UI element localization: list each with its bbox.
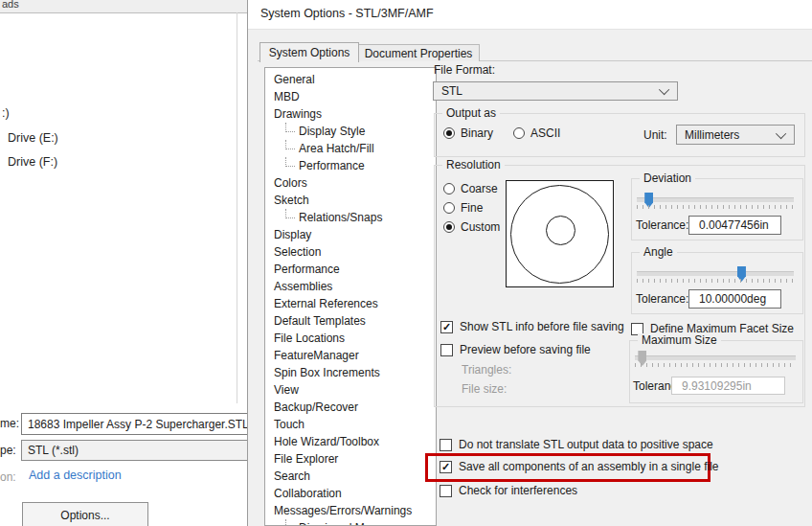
deviation-group: Deviation Tolerance: 0.00477456in bbox=[631, 178, 803, 240]
background-header-fragment: ads bbox=[2, 0, 19, 10]
dialog-titlebar[interactable]: System Options - STL/3MF/AMF bbox=[248, 0, 812, 30]
tree-item-hole-wizard[interactable]: Hole Wizard/Toolbox bbox=[265, 433, 436, 450]
radio-custom-icon bbox=[443, 221, 455, 233]
options-button[interactable]: Options... bbox=[22, 502, 148, 526]
deviation-tolerance-input[interactable]: 0.00477456in bbox=[688, 216, 781, 235]
tree-item-assemblies[interactable]: Assemblies bbox=[265, 278, 436, 295]
no-translate-label: Do not translate STL output data to posi… bbox=[459, 438, 713, 451]
no-translate-checkbox[interactable]: Do not translate STL output data to posi… bbox=[440, 439, 713, 452]
radio-custom[interactable]: Custom bbox=[443, 220, 500, 234]
radio-fine[interactable]: Fine bbox=[443, 201, 483, 215]
tree-item-colors[interactable]: Colors bbox=[265, 174, 436, 192]
output-as-group: Output as Binary ASCII Unit: Millimeters bbox=[434, 113, 805, 157]
drive-item-e[interactable]: Drive (E:) bbox=[8, 131, 58, 145]
radio-custom-label: Custom bbox=[461, 220, 500, 234]
angle-tolerance-value: 10.00000deg bbox=[699, 292, 766, 306]
file-format-value: STL bbox=[441, 84, 462, 98]
tree-item-selection[interactable]: Selection bbox=[265, 243, 436, 261]
tree-item-area-hatch[interactable]: Area Hatch/Fill bbox=[265, 140, 436, 157]
resolution-preview bbox=[506, 180, 614, 287]
tree-item-performance[interactable]: Performance bbox=[265, 261, 436, 278]
preview-before-saving-label: Preview before saving file bbox=[460, 343, 591, 356]
tree-item-relations-snaps[interactable]: Relations/Snaps bbox=[265, 209, 436, 226]
radio-ascii[interactable]: ASCII bbox=[513, 126, 560, 140]
tree-item-display[interactable]: Display bbox=[265, 226, 436, 243]
tree-item-display-style[interactable]: Display Style bbox=[265, 123, 436, 140]
tree-item-drawings[interactable]: Drawings bbox=[265, 105, 436, 123]
tree-item-file-locations[interactable]: File Locations bbox=[265, 330, 436, 347]
tree-item-default-templates[interactable]: Default Templates bbox=[265, 312, 436, 330]
check-interferences-checkbox[interactable]: Check for interferences bbox=[440, 485, 577, 498]
dialog-title: System Options - STL/3MF/AMF bbox=[260, 7, 434, 20]
checkbox-checked-icon bbox=[440, 321, 453, 333]
drive-item-f[interactable]: Drive (F:) bbox=[8, 155, 57, 169]
deviation-slider[interactable] bbox=[637, 197, 794, 202]
options-tree: General MBD Drawings Display Style Area … bbox=[264, 67, 437, 526]
background-pane-divider bbox=[237, 12, 237, 403]
deviation-group-title: Deviation bbox=[640, 172, 695, 185]
show-stl-info-checkbox[interactable]: Show STL info before file saving bbox=[440, 321, 624, 334]
angle-slider[interactable] bbox=[637, 271, 794, 276]
tab-document-properties[interactable]: Document Properties bbox=[357, 44, 480, 61]
angle-tolerance-input[interactable]: 10.00000deg bbox=[688, 289, 781, 309]
checkbox-checked-icon bbox=[440, 461, 452, 473]
radio-coarse-icon bbox=[443, 183, 455, 194]
tree-item-file-explorer[interactable]: File Explorer bbox=[265, 450, 436, 468]
check-interferences-label: Check for interferences bbox=[459, 484, 577, 497]
description-label: on: bbox=[0, 470, 16, 484]
file-format-label: File Format: bbox=[434, 63, 495, 77]
save-as-type-label: pe: bbox=[0, 444, 16, 457]
tree-item-search[interactable]: Search bbox=[265, 468, 436, 485]
tree-item-collaboration[interactable]: Collaboration bbox=[265, 485, 436, 502]
tree-item-mbd[interactable]: MBD bbox=[265, 88, 436, 105]
file-size-label: File size: bbox=[462, 382, 507, 396]
radio-binary[interactable]: Binary bbox=[443, 126, 493, 140]
maximum-size-tolerance-input: 9.93109295in bbox=[671, 377, 785, 395]
deviation-slider-ticks bbox=[637, 205, 794, 209]
tree-item-spin-box-increments[interactable]: Spin Box Increments bbox=[265, 364, 436, 381]
radio-fine-label: Fine bbox=[461, 201, 483, 215]
tree-item-sketch[interactable]: Sketch bbox=[265, 192, 436, 209]
tree-item-featuremanager[interactable]: FeatureManager bbox=[265, 347, 436, 364]
save-all-components-checkbox[interactable]: Save all components of an assembly in a … bbox=[440, 461, 718, 474]
unit-value: Millimeters bbox=[685, 128, 739, 142]
tree-item-view[interactable]: View bbox=[265, 381, 436, 399]
tree-item-touch[interactable]: Touch bbox=[265, 416, 436, 433]
radio-coarse-label: Coarse bbox=[461, 182, 498, 195]
save-as-type-value: STL (*.stl) bbox=[28, 444, 79, 457]
resolution-group-title: Resolution bbox=[442, 158, 505, 172]
angle-tolerance-label: Tolerance: bbox=[636, 292, 688, 306]
radio-ascii-label: ASCII bbox=[530, 126, 560, 140]
file-name-label: me: bbox=[0, 417, 19, 430]
deviation-tolerance-value: 0.00477456in bbox=[699, 218, 769, 232]
tree-item-messages[interactable]: Messages/Errors/Warnings bbox=[265, 502, 436, 519]
checkbox-unchecked-icon bbox=[440, 485, 452, 497]
maximum-size-group: Maximum Size Tolerance: 9.93109295in bbox=[629, 340, 803, 403]
save-all-components-label: Save all components of an assembly in a … bbox=[459, 460, 718, 473]
show-stl-info-label: Show STL info before file saving bbox=[460, 320, 624, 333]
preview-before-saving-checkbox[interactable]: Preview before saving file bbox=[440, 344, 591, 357]
unit-select[interactable]: Millimeters bbox=[676, 125, 795, 145]
tree-item-drawings-performance[interactable]: Performance bbox=[265, 157, 436, 174]
add-description-link[interactable]: Add a description bbox=[29, 469, 122, 482]
unit-label: Unit: bbox=[643, 128, 667, 142]
save-as-type-select[interactable]: STL (*.stl) bbox=[21, 440, 247, 461]
drive-item-fragment[interactable]: :) bbox=[2, 106, 10, 120]
file-name-input[interactable]: 18683 Impeller Assy P-2 Supercharger.STL bbox=[21, 413, 247, 435]
checkbox-unchecked-icon bbox=[440, 344, 453, 356]
radio-coarse[interactable]: Coarse bbox=[443, 182, 498, 195]
output-as-group-title: Output as bbox=[442, 106, 500, 120]
triangles-label: Triangles: bbox=[462, 363, 511, 377]
tree-item-external-references[interactable]: External References bbox=[265, 295, 436, 312]
maximum-size-group-title: Maximum Size bbox=[638, 333, 721, 347]
tree-item-general[interactable]: General bbox=[265, 71, 436, 88]
angle-group: Angle Tolerance: 10.00000deg bbox=[631, 252, 803, 314]
tree-item-backup-recover[interactable]: Backup/Recover bbox=[265, 399, 436, 416]
file-format-select[interactable]: STL bbox=[433, 81, 678, 101]
radio-binary-icon bbox=[443, 127, 455, 139]
deviation-tolerance-label: Tolerance: bbox=[636, 218, 688, 232]
system-options-dialog: System Options - STL/3MF/AMF System Opti… bbox=[247, 0, 812, 526]
tree-item-dismissed-messages[interactable]: Dismissed Messages bbox=[265, 519, 436, 526]
tab-system-options[interactable]: System Options bbox=[259, 42, 359, 62]
maximum-size-slider bbox=[635, 355, 796, 360]
